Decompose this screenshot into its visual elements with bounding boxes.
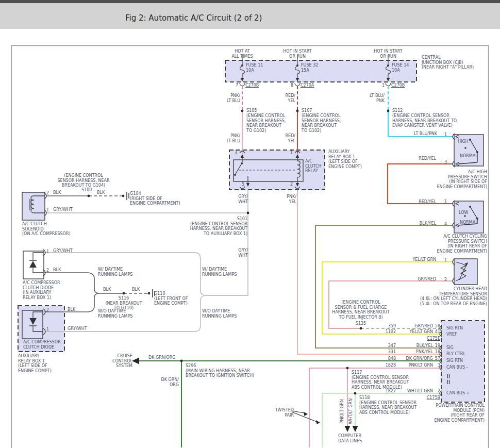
g104-ground-symbol	[122, 192, 129, 200]
ac-compressor-clutch-diode2-box	[22, 310, 43, 339]
twisted-pair-arrowhead-2	[316, 420, 320, 424]
circuit-1102-color: YEL/LT GRN	[397, 329, 433, 335]
g104-harness-note: (ENGINE CONTROL SENSOR HARNESS, NEAR BRE…	[45, 173, 122, 188]
circuit-347-color: BLK/YEL	[397, 343, 433, 349]
circuit-1828: 1828	[378, 363, 396, 368]
pcm-rly-ctrl: RLY CTRL	[446, 352, 465, 357]
wire-label-gry-wht-1: GRY/ WHT	[231, 194, 248, 204]
wire-label-gry-wht-2: GRY/ WHT	[231, 248, 248, 258]
pcm-pin-18: 18	[432, 350, 440, 355]
blk-alternatives-brace	[89, 273, 98, 312]
wire-label-pnk-yel: PNK/ YEL	[279, 194, 296, 204]
splice-s117-block: S117 (ENGINE CONTROL SENSOR HARNESS, NEA…	[352, 370, 409, 390]
cjb-label: CENTRAL JUNCTION BOX (CJB) (NEAR RIGHT "…	[422, 55, 474, 70]
splice-s105: S105	[246, 108, 257, 113]
splice-s101-block: S101 (ENGINE CONTROL SENSOR HARNESS, NEA…	[170, 217, 247, 236]
splice-s296-block: S296 (MAIN WIRING HARNESS, NEAR BREAKOUT…	[186, 363, 254, 378]
wire-label-dk-grn-org-v: DK GRN/ ORG	[155, 377, 179, 387]
wire-label-pnk-lt-blu-2: PNK/ LT BLU	[223, 134, 240, 143]
with-drl-note-left: W/ DAYTIME RUNNING LAMPS	[98, 267, 132, 277]
wire-label-gry-wht-d2: GRY/WHT	[68, 326, 87, 331]
without-drl-note-left: W/O DAYTIME RUNNING LAMPS	[98, 309, 132, 319]
wire-label-gry-wht-sol: GRY/WHT	[53, 207, 73, 212]
diode2-pin-2: 2	[46, 308, 52, 313]
fuse-11-label: FUSE 11 10A	[246, 63, 263, 73]
wire-label-blk-d2: BLK	[68, 307, 75, 312]
solenoid-pin-2: 2	[46, 191, 52, 196]
pcm-pin-19: 19	[432, 343, 440, 349]
computer-data-lines-label: COMPUTER DATA LINES	[338, 434, 362, 443]
splice-s107: S107	[302, 108, 312, 113]
wire-label-blk-d1: BLK	[53, 268, 61, 273]
connector-c175e: C175E	[423, 336, 440, 341]
cjb-pin-1: 1	[379, 83, 385, 88]
hp-switch-label: A/C HIGH PRESSURE SWITCH (IN RIGHT SIDE …	[410, 170, 487, 189]
splice-s112-desc: (ENGINE CONTROL SENSOR HARNESS, NEAR BRE…	[392, 113, 457, 128]
wire-label-red-yel-1: RED/ YEL	[278, 93, 295, 103]
hp-high-label: HIGH	[458, 139, 469, 144]
gry-wht-alternatives-brace	[196, 253, 205, 331]
wire-label-blk-yel: BLK/YEL	[406, 221, 436, 226]
splice-s112: S112	[392, 108, 403, 113]
pcm-label: POWERTRAIN CONTROL MODULE (PCM) (RIGHT R…	[407, 403, 485, 423]
circuit-1102: 1102	[378, 329, 396, 335]
cyc-low-label: LOW	[459, 210, 468, 215]
wire-label-gry-wht-d1: GRY/WHT	[53, 248, 73, 254]
circuit-331: 331	[378, 350, 396, 355]
cyc-normal-label: NORMAL	[460, 220, 478, 225]
fuse-14-label: FUSE 14 10A	[392, 63, 409, 73]
g104-label: G104 (RIGHT SIDE OF ENGINE COMPARTMENT)	[130, 191, 180, 206]
ths-pin-1: 1	[444, 258, 447, 263]
relay-pin-1: 1	[287, 151, 293, 156]
aux-relay-box-label-2: AUXILIARY RELAY BOX 1 (LEFT SIDE OF ENGI…	[18, 354, 52, 373]
wire-label-blk-sol: BLK	[53, 190, 61, 195]
splice-s105-desc: (ENGINE CONTROL SENSOR HARNESS, NEAR BRE…	[246, 113, 286, 133]
relay-pin-2: 2	[287, 182, 293, 187]
connector-c270a: C270A	[301, 83, 314, 88]
ac-clutch-solenoid-box	[22, 192, 45, 220]
without-drl-note-right: W/O DAYTIME RUNNING LAMPS	[202, 309, 237, 319]
cruise-control-label: CRUISE CONTROL SYSTEM	[105, 354, 132, 369]
wire-label-red-yel-cyc: RED/YEL	[406, 200, 436, 205]
pcm-pin-57: 57	[432, 356, 440, 361]
connector-c270b-1: C270B	[245, 83, 259, 88]
diode2-pin-1: 1	[46, 327, 52, 332]
twisted-pair-label: TWISTED PAIR	[267, 408, 294, 418]
wire-label-dk-grn-org-h: DK GRN/ORG	[148, 355, 175, 360]
with-drl-note-right: W/ DAYTIME RUNNING LAMPS	[202, 267, 237, 277]
diode2-label: A/C COMPRESSOR CLUTCH DIODE	[23, 340, 61, 350]
pcm-sig-rtn-1: SIG RTN	[446, 326, 463, 331]
wire-label-blk-g104: BLK	[97, 190, 105, 195]
cjb-pin-8: 8	[288, 83, 293, 88]
wire-label-red-yel-2: RED/ YEL	[278, 134, 295, 143]
ac-clutch-cycling-switch-box	[454, 201, 484, 233]
cyc-switch-label: A/C CLUTCH CYCLING PRESSURE SWITCH (IN R…	[410, 234, 487, 254]
pcm-pin-3: 3	[432, 363, 440, 368]
pcm-vref: VREF	[446, 332, 457, 337]
relay-pin-5: 5	[238, 182, 244, 187]
pcm-sig: SIG	[446, 345, 454, 351]
cjb-pin-7: 7	[233, 83, 238, 88]
pcm-pin-58: 58	[432, 324, 440, 329]
relay-pin-3: 3	[231, 151, 237, 156]
wire-label-red-yel-hp: RED/YEL	[406, 156, 436, 161]
wire-label-yel-lt-grn: YEL/LT GRN	[405, 257, 436, 262]
circuit-848-color: DK GRN/ORG	[397, 356, 433, 361]
splice-s107-desc: (ENGINE CONTROL SENSOR HARNESS, NEAR BRE…	[302, 113, 341, 133]
wire-gry-wht-main	[205, 190, 248, 295]
hp-normal-label: NORMAL	[460, 154, 478, 159]
wire-label-gry-red: GRY/RED	[405, 277, 436, 282]
connector-c270b-2: C270B	[391, 83, 405, 88]
diode1-pin-1: 1	[46, 250, 52, 255]
ths-pin-2: 2	[444, 277, 447, 283]
rotated-wht-lt-grn-label: WHT/LT GRN	[348, 396, 354, 427]
pcm-pin-2: 2	[432, 389, 440, 394]
wire-label-blk-s116b: BLK	[132, 287, 140, 292]
ac-clutch-relay-box	[234, 160, 303, 181]
cyc-pin-1: 1	[444, 200, 447, 205]
feed-hot-in-start-1: HOT IN START OR RUN	[277, 49, 318, 59]
cruise-arrow	[132, 358, 139, 364]
fuel-harness-note: (ENGINE CONTROL SENSOR & FUEL CHARGE HAR…	[320, 300, 402, 320]
splice-s118-block: S118 (ENGINE CONTROL SENSOR HARNESS, NEA…	[359, 395, 416, 415]
wire-label-pnk-lt-blu-1: PNK/ LT BLU	[223, 93, 240, 103]
